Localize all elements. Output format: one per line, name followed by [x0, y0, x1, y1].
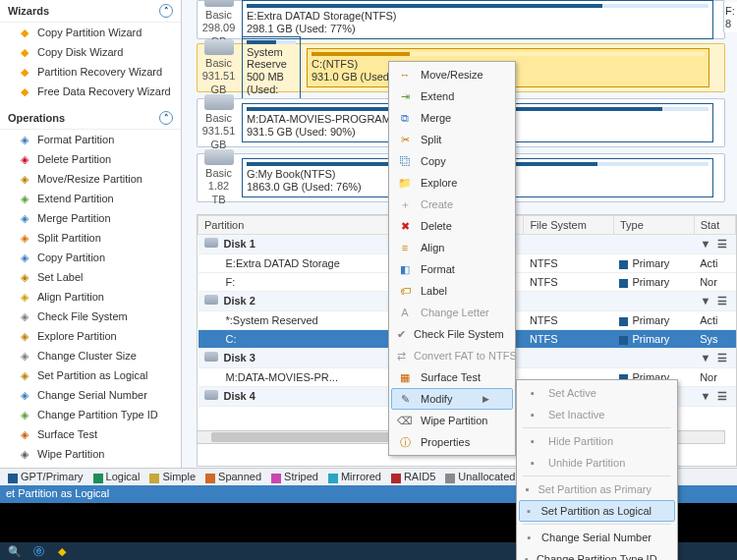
row-expand-icon[interactable]: ▼ ☰ [701, 352, 730, 364]
cell-status: Acti [694, 254, 735, 273]
taskbar-ie-icon[interactable]: ⓔ [28, 543, 49, 559]
menu-item-icon: ＋ [397, 196, 413, 212]
sidebar-item-label: Change Partition Type ID [37, 409, 158, 420]
sidebar-item-label: Delete Partition [37, 153, 111, 165]
sidebar-item-operation[interactable]: ◈ Explore Partition [0, 326, 181, 346]
context-menu[interactable]: ↔ Move/Resize ⇥ Extend ⧉ Merge ✂ Split ⿻… [388, 61, 516, 456]
menu-item-icon: ⇄ [397, 348, 406, 364]
disk-icon: Basic 1.82 TB [201, 149, 236, 206]
menu-item[interactable]: ▦ Surface Test [391, 366, 513, 388]
row-expand-icon[interactable]: ▼ ☰ [701, 390, 730, 403]
operation-icon: ◈ [18, 251, 31, 264]
legend-swatch [149, 474, 159, 483]
cell-status: Sys [694, 330, 735, 349]
table-column-header[interactable]: File System [524, 216, 614, 235]
table-column-header[interactable]: Type [613, 216, 694, 235]
taskbar-search-icon[interactable]: 🔍 [4, 543, 26, 559]
menu-item[interactable]: ⇥ Extend [391, 85, 513, 107]
usage-bar [247, 40, 296, 44]
menu-item[interactable]: ✂ Split [391, 129, 513, 150]
wizard-icon: ◆ [18, 45, 31, 59]
menu-item-label: Split [421, 134, 441, 145]
row-expand-icon[interactable]: ▼ ☰ [701, 295, 730, 308]
disk-icon [204, 352, 218, 362]
sidebar-item-operation[interactable]: ◈ Split Partition [0, 228, 181, 248]
menu-item[interactable]: ✖ Delete [391, 215, 513, 237]
menu-item[interactable]: ⌫ Wipe Partition [391, 410, 513, 431]
disk-icon [204, 390, 218, 400]
menu-item-label: Properties [421, 436, 470, 448]
menu-item: ＋ Create [391, 194, 513, 215]
modify-submenu[interactable]: ▪ Set Active ▪ Set Inactive ▪ Hide Parti… [516, 379, 678, 560]
menu-item[interactable]: ◧ Format [391, 258, 513, 280]
sidebar-item-label: Set Partition as Logical [37, 369, 148, 381]
chevron-up-icon[interactable]: ˄ [159, 111, 173, 125]
sidebar-item-operation[interactable]: ◈ Change Cluster Size [0, 346, 181, 365]
sidebar-item-operation[interactable]: ◈ Surface Test [0, 424, 181, 444]
menu-item[interactable]: 📁 Explore [391, 172, 513, 194]
menu-item[interactable]: ⿻ Copy [391, 150, 513, 172]
operations-header[interactable]: Operations ˄ [0, 107, 181, 130]
cell-partition: F: [198, 273, 390, 292]
sidebar-item-operation[interactable]: ◈ Align Partition [0, 287, 181, 307]
disk-label: Basic [201, 57, 236, 70]
sidebar-item-operation[interactable]: ◈ Delete Partition [0, 149, 181, 169]
wizards-header[interactable]: Wizards ˄ [0, 0, 181, 23]
submenu-item: ▪ Hide Partition [519, 430, 675, 452]
submenu-item-label: Change Serial Number [541, 532, 652, 543]
sidebar-item-operation[interactable]: ◈ Copy Partition [0, 248, 181, 267]
sidebar-item-operation[interactable]: ◈ Wipe Partition [0, 444, 181, 464]
sidebar-item-operation[interactable]: ◈ Merge Partition [0, 208, 181, 228]
legend-item: Simple [149, 471, 196, 482]
sidebar-item-operation[interactable]: ◈ Change Serial Number [0, 385, 181, 405]
submenu-item[interactable]: ▪ Change Partition Type ID [519, 548, 675, 560]
status-text: et Partition as Logical [6, 487, 109, 499]
submenu-item-label: Set Active [548, 387, 596, 399]
partition-box[interactable]: System Reserve 500 MB (Used: [242, 36, 301, 100]
sidebar-item-operation[interactable]: ◈ Change Partition Type ID [0, 405, 181, 424]
menu-item[interactable]: ✎ Modify ▶ [391, 388, 513, 410]
menu-item[interactable]: ✔ Check File System [391, 323, 513, 345]
menu-item[interactable]: 🏷 Label [391, 280, 513, 302]
menu-item-label: Delete [421, 220, 452, 232]
sidebar-item-wizard[interactable]: ◆ Free Data Recovery Wizard [0, 82, 181, 101]
disk-card[interactable]: Basic 298.09 GB E:Extra DATAD Storage(NT… [197, 0, 725, 39]
sidebar-item-wizard[interactable]: ◆ Partition Recovery Wizard [0, 62, 181, 82]
sidebar-item-operation[interactable]: ◈ Check File System [0, 307, 181, 326]
partition-box[interactable]: E:Extra DATAD Storage(NTFS) 298.1 GB (Us… [242, 0, 713, 38]
sidebar-item-operation[interactable]: ◈ Move/Resize Partition [0, 169, 181, 189]
submenu-item-icon: ▪ [525, 551, 529, 560]
sidebar-item-operation[interactable]: ◈ Extend Partition [0, 189, 181, 208]
row-expand-icon[interactable]: ▼ ☰ [701, 238, 730, 251]
sidebar-item-wizard[interactable]: ◆ Copy Disk Wizard [0, 42, 181, 62]
table-column-header[interactable]: Partition [198, 216, 390, 235]
wizard-icon: ◆ [18, 65, 31, 79]
menu-item[interactable]: ≡ Align [391, 237, 513, 258]
sidebar-item-operation[interactable]: ◈ Set Partition as Logical [0, 365, 181, 385]
chevron-up-icon[interactable]: ˄ [159, 4, 173, 18]
legend-swatch [8, 474, 18, 483]
wizards-title: Wizards [8, 5, 49, 17]
menu-item[interactable]: ↔ Move/Resize [391, 64, 513, 85]
menu-item[interactable]: ⧉ Merge [391, 107, 513, 129]
sidebar-item-label: Change Serial Number [37, 389, 147, 401]
submenu-item[interactable]: ▪ Set Partition as Logical [519, 500, 675, 522]
taskbar-app-icon[interactable]: ◆ [51, 543, 73, 559]
table-column-header[interactable]: Stat [694, 216, 735, 235]
menu-item-icon: ⧉ [397, 110, 413, 126]
submenu-item[interactable]: ▪ Change Serial Number [519, 527, 675, 548]
menu-item-label: Format [421, 263, 455, 275]
menu-item[interactable]: ⓘ Properties [391, 431, 513, 453]
menu-item: ⇄ Convert FAT to NTFS [391, 345, 513, 366]
menu-item-label: Create [421, 198, 453, 210]
usage-bar [247, 4, 709, 8]
operation-icon: ◈ [18, 388, 31, 402]
submenu-item: ▪ Set Active [519, 382, 675, 404]
sidebar-item-wizard[interactable]: ◆ Copy Partition Wizard [0, 23, 181, 42]
cell-status: Nor [694, 368, 735, 387]
legend-item: Striped [271, 471, 318, 482]
sidebar-item-operation[interactable]: ◈ Format Partition [0, 130, 181, 149]
operation-icon: ◈ [18, 211, 31, 225]
submenu-item-icon: ▪ [525, 481, 530, 497]
sidebar-item-operation[interactable]: ◈ Set Label [0, 267, 181, 287]
